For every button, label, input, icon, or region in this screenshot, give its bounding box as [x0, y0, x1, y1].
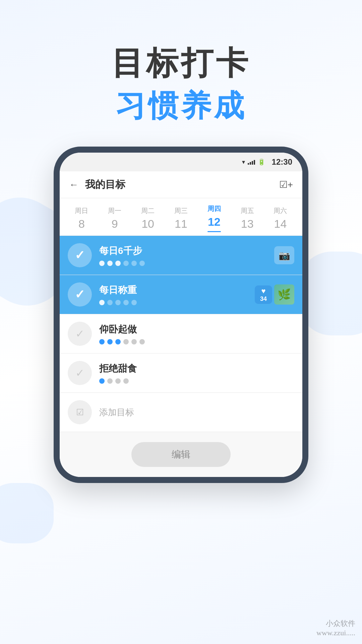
progress-dot: [123, 261, 129, 266]
hero-subtitle: 习惯养成: [0, 86, 362, 126]
progress-dot: [123, 300, 129, 305]
back-button[interactable]: ←: [69, 179, 78, 190]
day-num: 14: [274, 217, 287, 230]
task-item[interactable]: ✓每日称重 ♥ 34 🌿: [60, 275, 302, 314]
progress-dot: [107, 378, 113, 384]
progress-dot: [115, 300, 121, 305]
progress-dot: [131, 300, 137, 305]
task-check-circle[interactable]: ✓: [68, 322, 92, 346]
watermark: 小众软件 www.zzui.....: [316, 619, 355, 637]
phone-mockup: ▾ 🔋 12:30 ← 我的目标 ☑+ 周日 8: [54, 147, 308, 483]
day-col-8[interactable]: 周日 8: [68, 206, 95, 230]
task-list: ✓每日6千步📷✓每日称重 ♥ 34 🌿 ✓仰卧起做✓拒绝甜食: [60, 236, 302, 393]
progress-dot: [123, 378, 129, 384]
progress-dot: [99, 300, 105, 305]
day-num: 8: [78, 217, 85, 230]
day-name: 周六: [274, 206, 287, 215]
task-name: 每日6千步: [99, 245, 274, 257]
task-name: 仰卧起做: [99, 323, 294, 336]
heart-photo-badge: ♥ 34 🌿: [255, 284, 294, 305]
day-col-13[interactable]: 周五 13: [234, 206, 261, 230]
progress-dot: [123, 339, 129, 344]
hero-section: 目标打卡 习惯养成: [0, 0, 362, 147]
photo-thumbnail: 🌿: [274, 284, 294, 305]
add-goal-label: 添加目标: [99, 407, 134, 418]
task-info: 拒绝甜食: [99, 362, 294, 384]
app-bar-title: 我的目标: [85, 178, 279, 192]
task-info: 每日6千步: [99, 245, 274, 266]
check-mark-icon: ✓: [75, 327, 84, 340]
check-mark-icon: ✓: [75, 287, 85, 302]
progress-dot: [115, 378, 121, 384]
progress-dot: [131, 261, 137, 266]
day-num: 9: [112, 217, 118, 230]
progress-dot: [99, 339, 105, 344]
active-underline: [207, 231, 221, 232]
day-name: 周三: [174, 206, 188, 215]
camera-badge[interactable]: 📷: [274, 246, 294, 264]
task-info: 每日称重: [99, 284, 255, 305]
day-col-14[interactable]: 周六 14: [267, 206, 294, 230]
day-name: 周五: [241, 206, 254, 215]
day-col-12[interactable]: 周四 12: [201, 204, 228, 232]
week-strip: 周日 8 周一 9 周二 10 周三 11 周四 12 周五 13 周六 14: [60, 198, 302, 236]
progress-dot: [139, 261, 145, 266]
add-goal-icon: ☑: [68, 400, 92, 424]
day-num: 10: [141, 217, 154, 230]
heart-count: 34: [260, 296, 267, 303]
day-name: 周四: [207, 204, 221, 213]
task-dots: [99, 261, 274, 266]
task-item[interactable]: ✓拒绝甜食: [60, 354, 302, 393]
day-num: 11: [175, 217, 187, 230]
progress-dot: [99, 261, 105, 266]
progress-dot: [107, 300, 113, 305]
task-info: 仰卧起做: [99, 323, 294, 344]
progress-dot: [107, 339, 113, 344]
task-item[interactable]: ✓每日6千步📷: [60, 236, 302, 275]
heart-icon: ♥: [261, 287, 265, 296]
watermark-line2: www.zzui.....: [316, 629, 355, 637]
status-time: 12:30: [272, 157, 292, 167]
signal-icon: [248, 159, 255, 165]
bg-decoration-3: [0, 483, 54, 543]
progress-dot: [131, 339, 137, 344]
camera-icon: 📷: [274, 246, 294, 264]
task-check-circle[interactable]: ✓: [68, 243, 92, 267]
progress-dot: [115, 339, 121, 344]
day-name: 周二: [141, 206, 155, 215]
check-mark-icon: ✓: [75, 248, 85, 262]
checkmark-plus-icon: ☑: [76, 407, 84, 418]
watermark-line1: 小众软件: [316, 619, 355, 629]
day-col-10[interactable]: 周二 10: [134, 206, 161, 230]
task-dots: [99, 378, 294, 384]
camera-symbol: 📷: [279, 250, 290, 261]
day-num: 12: [208, 215, 221, 228]
task-dots: [99, 300, 255, 305]
wifi-icon: ▾: [242, 158, 245, 166]
heart-badge: ♥ 34: [255, 285, 272, 304]
hero-title: 目标打卡: [0, 44, 362, 82]
add-goal-row[interactable]: ☑ 添加目标: [60, 393, 302, 432]
add-goal-icon-button[interactable]: ☑+: [279, 179, 293, 190]
task-check-circle[interactable]: ✓: [68, 361, 92, 385]
progress-dot: [99, 378, 105, 384]
task-item[interactable]: ✓仰卧起做: [60, 314, 302, 354]
progress-dot: [115, 261, 121, 266]
task-dots: [99, 339, 294, 344]
status-bar: ▾ 🔋 12:30: [60, 153, 302, 171]
check-mark-icon: ✓: [75, 367, 84, 379]
battery-icon: 🔋: [258, 158, 265, 166]
progress-dot: [107, 261, 113, 266]
day-name: 周日: [75, 206, 88, 215]
app-bar: ← 我的目标 ☑+: [60, 171, 302, 198]
edit-section: 编辑: [60, 432, 302, 477]
day-num: 13: [241, 217, 254, 230]
day-name: 周一: [108, 206, 121, 215]
progress-dot: [139, 339, 145, 344]
day-col-9[interactable]: 周一 9: [101, 206, 128, 230]
edit-button[interactable]: 编辑: [131, 442, 231, 467]
phone-mockup-wrapper: ▾ 🔋 12:30 ← 我的目标 ☑+ 周日 8: [0, 147, 362, 483]
task-name: 拒绝甜食: [99, 362, 294, 375]
day-col-11[interactable]: 周三 11: [168, 206, 194, 230]
task-check-circle[interactable]: ✓: [68, 282, 92, 307]
